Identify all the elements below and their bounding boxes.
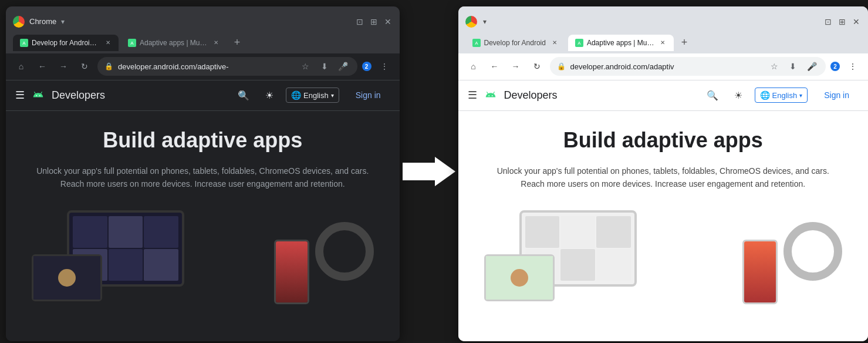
tab-close-adaptive-left[interactable]: ✕	[213, 39, 219, 47]
star-icon-right[interactable]: ☆	[767, 59, 781, 73]
close-btn-left[interactable]: ✕	[383, 17, 393, 26]
reload-btn-right[interactable]: ↻	[529, 58, 545, 75]
svg-point-5	[39, 95, 40, 96]
svg-marker-6	[403, 157, 455, 186]
reload-btn-left[interactable]: ↻	[76, 58, 93, 75]
lang-dropdown-arrow-left: ▾	[331, 92, 334, 99]
page-content-right: Build adaptive apps Unlock your app's fu…	[458, 111, 868, 341]
download-icon-left[interactable]: ⬇	[318, 59, 332, 73]
lock-icon-left: 🔒	[104, 62, 113, 70]
globe-icon-right: 🌐	[760, 90, 770, 100]
page-inner-right: Build adaptive apps Unlock your app's fu…	[458, 111, 868, 305]
tab-close-adaptive-right[interactable]: ✕	[659, 39, 667, 47]
new-tab-btn-right[interactable]: +	[676, 35, 693, 51]
globe-icon-left: 🌐	[291, 90, 301, 100]
title-bar-right: ▾ ⊡ ⊞ ✕	[458, 6, 868, 32]
phone-right	[742, 240, 778, 304]
language-btn-left[interactable]: 🌐 English ▾	[286, 88, 339, 103]
tab-label-adaptive-left: Adaptive apps | Multidev…	[140, 39, 208, 47]
favicon-android-left: A	[20, 39, 28, 47]
android-logo-left	[32, 89, 45, 102]
forward-btn-left[interactable]: →	[55, 58, 72, 75]
maximize-btn-left[interactable]: ⊞	[369, 17, 379, 26]
svg-text:A: A	[577, 41, 581, 46]
tab-adaptive-left[interactable]: A Adaptive apps | Multidev… ✕	[121, 35, 227, 51]
page-navbar-left: ☰ Developers 🔍 ☀ 🌐 English ▾ Sign in	[6, 80, 400, 111]
page-inner-left: Build adaptive apps Unlock your app's fu…	[6, 111, 400, 305]
hamburger-icon-left[interactable]: ☰	[15, 89, 25, 102]
more-btn-right[interactable]: ⋮	[845, 58, 861, 75]
svg-point-11	[488, 95, 489, 96]
chrome-icon-right	[465, 16, 477, 28]
url-text-left: developer.android.com/adaptive-	[118, 62, 294, 71]
tabs-bar-right: A Develop for Android ✕ A Adaptive apps …	[458, 32, 868, 53]
steering-wheel-left	[315, 222, 374, 281]
svg-point-12	[491, 95, 492, 96]
transition-arrow	[400, 154, 458, 189]
mic-icon-right[interactable]: 🎤	[805, 59, 819, 73]
url-bar-left[interactable]: 🔒 developer.android.com/adaptive- ☆ ⬇ 🎤	[97, 57, 357, 76]
extension-badge-left[interactable]: 2	[362, 62, 371, 71]
forward-btn-right[interactable]: →	[508, 58, 524, 75]
back-btn-left[interactable]: ←	[34, 58, 50, 75]
search-btn-left[interactable]: 🔍	[234, 86, 253, 105]
svg-text:A: A	[475, 41, 478, 46]
sun-btn-right[interactable]: ☀	[729, 86, 748, 105]
favicon-adaptive-right: A	[575, 39, 583, 47]
right-arrow-icon	[403, 154, 455, 189]
minimize-btn-right[interactable]: ⊡	[823, 17, 833, 26]
english-label-left: English	[303, 91, 329, 100]
dropdown-chevron-left[interactable]: ▾	[61, 18, 65, 26]
window-controls-left: ⊡ ⊞ ✕	[355, 17, 393, 26]
sign-in-btn-left[interactable]: Sign in	[346, 87, 390, 103]
hero-desc-left: Unlock your app's full potential on phon…	[32, 164, 373, 191]
tab-android-left[interactable]: A Develop for Android | And… ✕	[13, 35, 119, 51]
browser-left: Chrome ▾ ⊡ ⊞ ✕ A Develop for Android | A…	[6, 6, 400, 341]
download-icon-right[interactable]: ⬇	[786, 59, 800, 73]
tab-close-android-right[interactable]: ✕	[550, 39, 559, 47]
hero-desc-right: Unlock your app's full potential on phon…	[493, 164, 833, 191]
hamburger-icon-right[interactable]: ☰	[468, 89, 477, 102]
language-btn-right[interactable]: 🌐 English ▾	[755, 88, 808, 103]
mic-icon-left[interactable]: 🎤	[336, 59, 350, 73]
minimize-btn-left[interactable]: ⊡	[355, 17, 364, 26]
tab-label-android-left: Develop for Android | And…	[32, 39, 100, 47]
tab-label-adaptive-right: Adaptive apps | Multi…	[587, 39, 654, 47]
more-btn-left[interactable]: ⋮	[376, 58, 393, 75]
home-btn-right[interactable]: ⌂	[465, 58, 482, 75]
browser-right: ▾ ⊡ ⊞ ✕ A Develop for Android ✕	[458, 6, 868, 341]
dropdown-chevron-right[interactable]: ▾	[483, 18, 487, 26]
favicon-android-right: A	[472, 39, 481, 47]
tab-android-right[interactable]: A Develop for Android ✕	[465, 35, 566, 51]
star-icon-left[interactable]: ☆	[299, 59, 313, 73]
hero-title-right: Build adaptive apps	[472, 127, 854, 153]
close-btn-right[interactable]: ✕	[852, 17, 861, 26]
main-container: Chrome ▾ ⊡ ⊞ ✕ A Develop for Android | A…	[0, 0, 868, 343]
sun-btn-left[interactable]: ☀	[260, 86, 279, 105]
back-btn-right[interactable]: ←	[487, 58, 503, 75]
url-bar-right[interactable]: 🔒 developer.android.com/adaptiv ☆ ⬇ 🎤	[550, 57, 826, 76]
devices-mock-left	[20, 204, 386, 304]
devices-mock-right	[472, 204, 854, 304]
svg-text:A: A	[22, 41, 26, 46]
tab-close-android-left[interactable]: ✕	[105, 39, 112, 47]
tab-adaptive-right[interactable]: A Adaptive apps | Multi… ✕	[568, 35, 674, 51]
svg-point-4	[36, 95, 37, 96]
extension-badge-right[interactable]: 2	[830, 62, 840, 71]
page-content-left: Build adaptive apps Unlock your app's fu…	[6, 111, 400, 341]
tabs-bar-left: A Develop for Android | And… ✕ A Adaptiv…	[6, 32, 400, 53]
search-btn-right[interactable]: 🔍	[703, 86, 722, 105]
chrome-icon-left	[13, 16, 25, 28]
hero-title-left: Build adaptive apps	[20, 127, 386, 153]
title-bar-left: Chrome ▾ ⊡ ⊞ ✕	[6, 6, 400, 32]
home-btn-left[interactable]: ⌂	[13, 58, 29, 75]
page-navbar-right: ☰ Developers 🔍 ☀ 🌐 English ▾ Sign in	[458, 80, 868, 111]
maximize-btn-right[interactable]: ⊞	[837, 17, 847, 26]
svg-text:A: A	[130, 41, 134, 46]
new-tab-btn-left[interactable]: +	[229, 35, 245, 51]
sign-in-btn-right[interactable]: Sign in	[815, 87, 859, 103]
app-name-left: Chrome	[29, 17, 56, 26]
lang-dropdown-arrow-right: ▾	[799, 92, 802, 99]
lock-icon-right: 🔒	[557, 62, 566, 70]
small-tablet-right	[484, 254, 555, 301]
